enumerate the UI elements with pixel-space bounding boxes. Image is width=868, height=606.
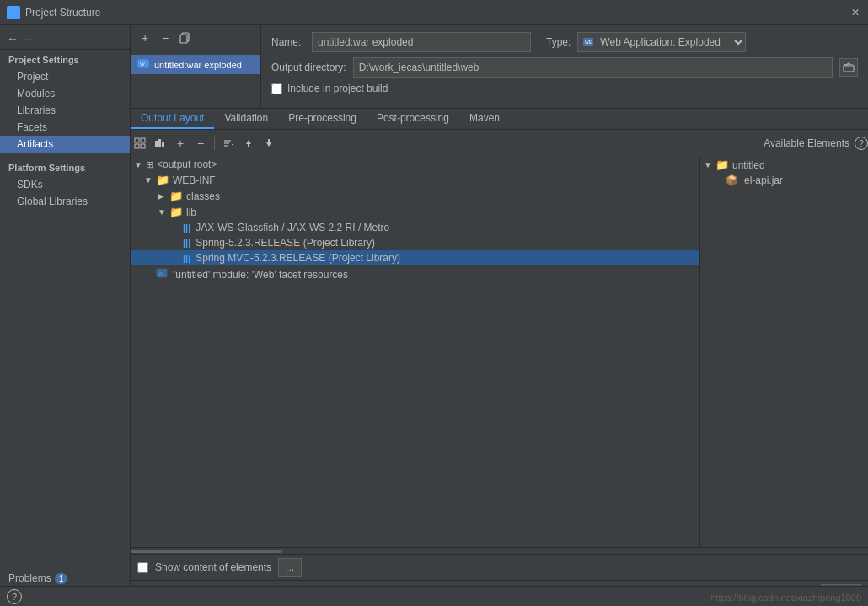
tree-item: W 'untitled' module: 'Web' facet resourc… — [131, 265, 699, 283]
sidebar-item-sdks[interactable]: SDKs — [0, 176, 130, 193]
problems-badge: 1 — [55, 573, 68, 584]
lib-icon: ||| — [183, 223, 190, 233]
sidebar-item-modules[interactable]: Modules — [0, 85, 130, 102]
add-element-button[interactable]: + — [171, 135, 190, 152]
scroll-area — [131, 547, 868, 554]
include-checkbox-row: Include in project build — [271, 83, 858, 94]
expand-icon[interactable]: ▼ — [158, 207, 166, 217]
browse-dir-button[interactable] — [839, 58, 858, 77]
name-input[interactable] — [312, 32, 531, 52]
scrollbar-thumb[interactable] — [131, 550, 282, 553]
show-content-checkbox[interactable] — [137, 562, 148, 573]
web-resource-icon: W — [156, 267, 168, 282]
tab-pre-processing[interactable]: Pre-processing — [278, 109, 367, 129]
tree-item: ▼ ⊞ <output root> — [131, 157, 699, 172]
tree-item-label: untitled — [732, 159, 765, 171]
close-button[interactable]: ✕ — [849, 7, 861, 19]
artifact-name: untitled:war exploded — [154, 60, 242, 70]
name-type-row: Name: Type: WE Web Application — [271, 32, 858, 52]
sidebar-item-global-libraries[interactable]: Global Libraries — [0, 193, 130, 210]
tree-item-label: 'untitled' module: 'Web' facet resources — [174, 269, 348, 281]
copy-artifact-button[interactable] — [176, 29, 195, 47]
artifact-form: Name: Type: WE Web Application — [261, 25, 868, 108]
include-build-label[interactable]: Include in project build — [287, 83, 388, 94]
type-label: Type: — [546, 36, 571, 48]
sidebar: ← → Project Settings Project Modules Lib… — [0, 25, 131, 606]
svg-rect-18 — [162, 142, 164, 147]
forward-button[interactable]: → — [22, 32, 34, 46]
folder-icon: 📁 — [715, 158, 729, 171]
expand-icon[interactable]: ▶ — [158, 191, 166, 201]
tab-maven[interactable]: Maven — [459, 109, 510, 129]
content-area: + − — [131, 25, 868, 606]
artifact-item[interactable]: W untitled:war exploded — [131, 55, 260, 74]
svg-rect-15 — [141, 144, 145, 148]
tree-item-label: WEB-INF — [173, 174, 216, 186]
svg-text:WE: WE — [585, 40, 592, 45]
title-bar-left: Project Structure — [7, 6, 100, 19]
tree-item-label: lib — [186, 206, 196, 218]
expand-icon[interactable]: ▼ — [144, 175, 153, 185]
left-output-tree: ▼ ⊞ <output root> ▼ 📁 WEB-INF ▶ 📁 cl — [131, 157, 699, 547]
main-container: ← → Project Settings Project Modules Lib… — [0, 25, 868, 606]
dots-button[interactable]: ... — [278, 558, 302, 577]
sort-button[interactable] — [219, 135, 238, 152]
bar-chart-button[interactable] — [151, 135, 169, 152]
add-artifact-button[interactable]: + — [136, 29, 154, 47]
expand-icon[interactable]: ▼ — [134, 160, 142, 169]
move-down-button[interactable] — [260, 135, 278, 152]
svg-rect-5 — [180, 35, 187, 43]
output-dir-row: Output directory: — [271, 57, 858, 78]
tree-item-label: el-api.jar — [744, 174, 783, 186]
tree-item: ▼ 📁 lib — [131, 204, 699, 220]
tree-item-label: Spring MVC-5.2.3.RELEASE (Project Librar… — [196, 252, 400, 264]
output-dir-input[interactable] — [353, 57, 833, 78]
svg-rect-14 — [135, 144, 139, 148]
title-bar: Project Structure ✕ — [0, 0, 868, 25]
include-build-checkbox[interactable] — [271, 83, 282, 94]
tree-item-selected[interactable]: ||| Spring MVC-5.2.3.RELEASE (Project Li… — [131, 250, 699, 265]
folder-icon: 📁 — [156, 174, 169, 186]
tree-item: ▼ 📁 WEB-INF — [131, 172, 699, 188]
svg-rect-1 — [14, 8, 19, 12]
remove-artifact-button[interactable]: − — [156, 29, 174, 47]
artifact-list: W untitled:war exploded — [131, 51, 260, 78]
tree-item: 📦 el-api.jar — [700, 173, 868, 188]
sidebar-item-libraries[interactable]: Libraries — [0, 102, 130, 119]
toolbar-separator — [214, 137, 215, 150]
tab-post-processing[interactable]: Post-processing — [367, 109, 459, 129]
tree-item-label: classes — [186, 190, 220, 202]
show-content-label[interactable]: Show content of elements — [155, 561, 271, 573]
help-button[interactable]: ? — [7, 589, 22, 604]
tree-item-label: Spring-5.2.3.RELEASE (Project Library) — [196, 237, 375, 249]
bottom-bar: Show content of elements ... — [131, 554, 868, 580]
tab-validation[interactable]: Validation — [214, 109, 278, 129]
svg-rect-11 — [844, 65, 854, 72]
remove-element-button[interactable]: − — [191, 135, 210, 152]
output-root-icon: ⊞ — [146, 159, 153, 170]
help-icon[interactable]: ? — [855, 137, 868, 150]
move-up-button[interactable] — [239, 135, 258, 152]
svg-rect-23 — [268, 139, 270, 142]
back-button[interactable]: ← — [7, 32, 19, 46]
tab-output-layout[interactable]: Output Layout — [131, 109, 214, 129]
tabs: Output Layout Validation Pre-processing … — [131, 109, 868, 130]
watermark: https://blog.csdn.net/xiazhipeng1000 — [710, 593, 861, 603]
available-elements-tree: ▼ 📁 untitled 📦 el-api.jar — [699, 157, 868, 547]
sidebar-item-artifacts[interactable]: Artifacts — [0, 136, 130, 153]
folder-icon: 📁 — [169, 206, 183, 218]
tree-item: ▶ 📁 classes — [131, 188, 699, 204]
project-settings-label: Project Settings — [0, 50, 130, 68]
app-icon — [7, 6, 20, 19]
type-select[interactable]: Web Application: Exploded — [577, 32, 746, 52]
available-elements-label: Available Elements — [764, 137, 849, 149]
expand-icon[interactable]: ▼ — [704, 160, 712, 169]
tree-item: ▼ 📁 untitled — [700, 157, 868, 173]
svg-text:W: W — [158, 271, 163, 276]
folder-icon: 📁 — [169, 190, 183, 202]
sidebar-item-facets[interactable]: Facets — [0, 119, 130, 136]
lib-icon: ||| — [183, 253, 190, 263]
layout-view-button[interactable] — [131, 135, 149, 152]
sidebar-item-project[interactable]: Project — [0, 68, 130, 85]
svg-rect-17 — [158, 139, 161, 147]
